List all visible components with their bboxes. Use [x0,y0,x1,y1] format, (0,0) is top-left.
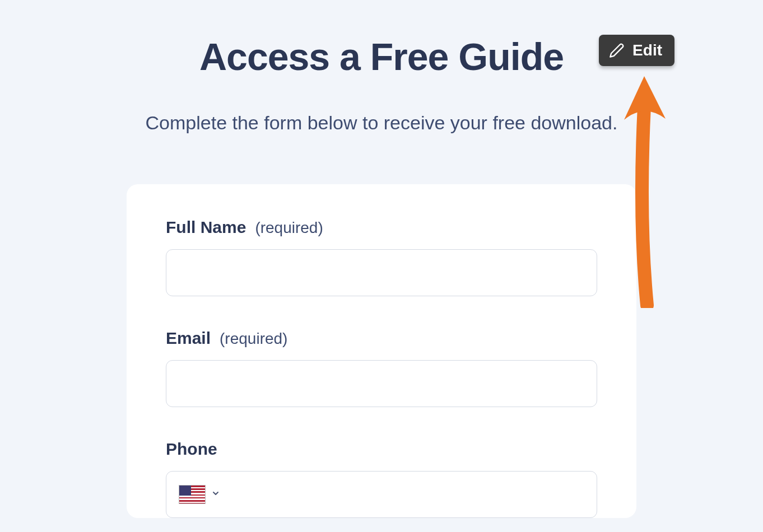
field-full-name: Full Name (required) [166,218,597,296]
us-flag-icon[interactable] [179,485,206,504]
edit-button[interactable]: Edit [599,35,674,66]
form-card: Full Name (required) Email (required) Ph… [127,184,636,518]
full-name-label: Full Name [166,218,246,237]
email-label: Email [166,329,211,348]
phone-input[interactable] [220,472,597,517]
phone-input-row [166,471,597,518]
chevron-down-icon[interactable] [211,489,220,500]
full-name-required: (required) [255,219,323,237]
pencil-icon [609,43,625,58]
field-phone: Phone [166,440,597,518]
email-required: (required) [220,330,287,348]
email-input[interactable] [166,360,597,407]
page-subtitle: Complete the form below to receive your … [0,112,763,134]
full-name-input[interactable] [166,249,597,296]
edit-button-label: Edit [632,41,662,59]
field-email: Email (required) [166,329,597,407]
phone-label: Phone [166,440,217,459]
